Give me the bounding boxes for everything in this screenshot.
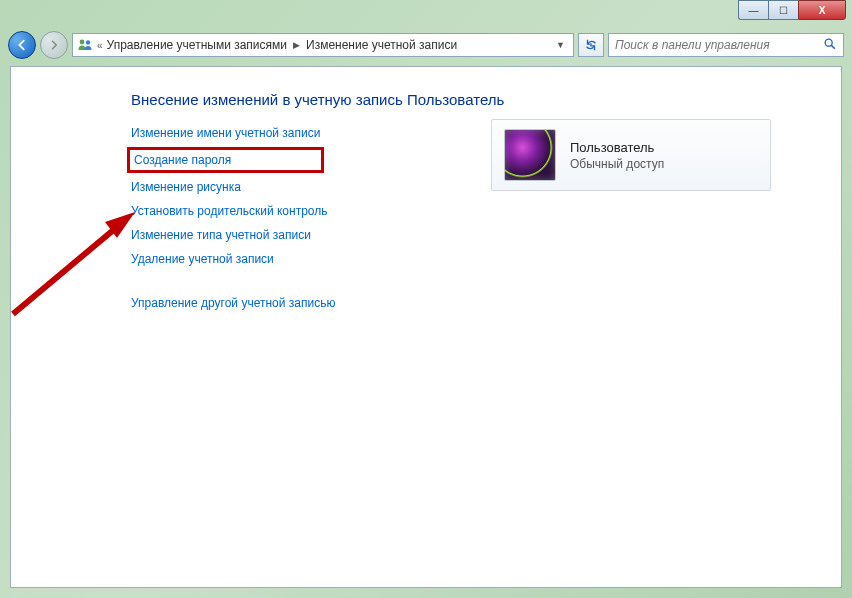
addressbar[interactable]: « Управление учетными записями ▶ Изменен…	[72, 33, 574, 57]
user-info: Пользователь Обычный доступ	[570, 140, 664, 171]
avatar	[504, 129, 556, 181]
minimize-button[interactable]: —	[738, 0, 768, 20]
link-change-name[interactable]: Изменение имени учетной записи	[131, 126, 320, 140]
link-delete-account[interactable]: Удаление учетной записи	[131, 252, 274, 266]
refresh-button[interactable]	[578, 33, 604, 57]
svg-line-3	[831, 45, 835, 49]
search-icon[interactable]	[823, 37, 837, 54]
users-icon	[77, 37, 93, 53]
titlebar: — ☐ X	[0, 0, 852, 28]
back-button[interactable]	[8, 31, 36, 59]
navbar: « Управление учетными записями ▶ Изменен…	[0, 28, 852, 62]
link-parental-controls[interactable]: Установить родительский контроль	[131, 204, 328, 218]
link-manage-other[interactable]: Управление другой учетной записью	[131, 296, 335, 310]
page-title: Внесение изменений в учетную запись Поль…	[131, 91, 811, 108]
link-change-type[interactable]: Изменение типа учетной записи	[131, 228, 311, 242]
chevron-left-icon: «	[97, 40, 103, 51]
search-input[interactable]	[615, 38, 823, 52]
link-create-password[interactable]: Создание пароля	[127, 147, 324, 173]
searchbar[interactable]	[608, 33, 844, 57]
svg-point-1	[86, 40, 90, 44]
close-button[interactable]: X	[798, 0, 846, 20]
svg-point-2	[825, 39, 832, 46]
chevron-right-icon: ▶	[291, 40, 302, 50]
svg-point-0	[80, 40, 85, 45]
window-controls: — ☐ X	[738, 0, 846, 20]
forward-button[interactable]	[40, 31, 68, 59]
user-card: Пользователь Обычный доступ	[491, 119, 771, 191]
breadcrumb-seg-1[interactable]: Управление учетными записями	[107, 38, 287, 52]
content-panel: Внесение изменений в учетную запись Поль…	[10, 66, 842, 588]
user-name: Пользователь	[570, 140, 664, 155]
link-change-picture[interactable]: Изменение рисунка	[131, 180, 241, 194]
breadcrumb-seg-2[interactable]: Изменение учетной записи	[306, 38, 457, 52]
user-role: Обычный доступ	[570, 157, 664, 171]
address-dropdown-icon[interactable]: ▼	[552, 40, 569, 50]
maximize-button[interactable]: ☐	[768, 0, 798, 20]
